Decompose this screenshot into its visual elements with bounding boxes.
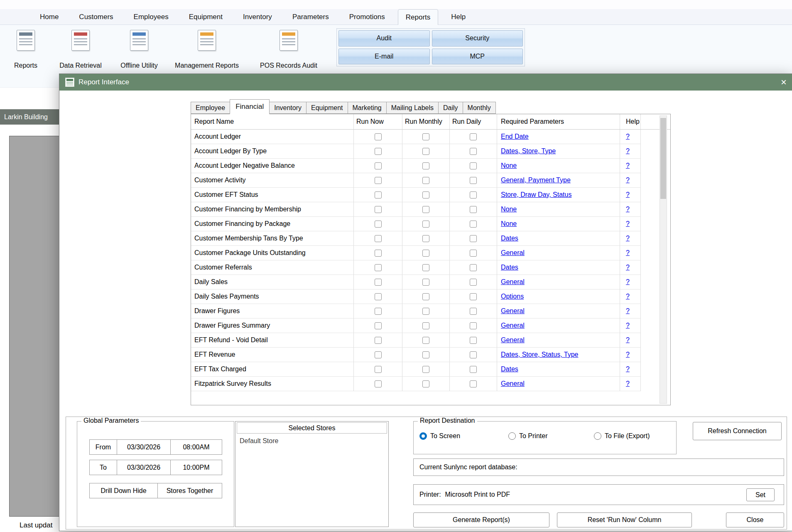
run-monthly-checkbox[interactable] xyxy=(422,250,429,257)
run-daily-checkbox[interactable] xyxy=(470,250,477,257)
menu-tab-reports[interactable]: Reports xyxy=(398,9,439,25)
tab-daily[interactable]: Daily xyxy=(438,102,463,114)
run-daily-checkbox[interactable] xyxy=(470,264,477,271)
help-link[interactable]: ? xyxy=(626,206,630,213)
run-monthly-checkbox[interactable] xyxy=(422,177,429,184)
menu-tab-inventory[interactable]: Inventory xyxy=(235,9,280,25)
refresh-connection-button[interactable]: Refresh Connection xyxy=(693,422,782,440)
required-parameters-link[interactable]: General xyxy=(501,307,525,315)
required-parameters-link[interactable]: None xyxy=(501,162,517,169)
run-monthly-checkbox[interactable] xyxy=(422,293,429,300)
tab-financial[interactable]: Financial xyxy=(230,99,270,114)
run-daily-checkbox[interactable] xyxy=(470,293,477,300)
help-link[interactable]: ? xyxy=(626,293,630,300)
run-now-checkbox[interactable] xyxy=(375,235,382,242)
help-link[interactable]: ? xyxy=(626,249,630,257)
dialog-titlebar[interactable]: Report Interface × xyxy=(59,74,792,91)
run-monthly-checkbox[interactable] xyxy=(422,337,429,344)
run-monthly-checkbox[interactable] xyxy=(422,191,429,199)
destination-to-printer[interactable]: To Printer xyxy=(508,432,547,440)
run-daily-checkbox[interactable] xyxy=(470,308,477,315)
menu-tab-home[interactable]: Home xyxy=(32,9,66,25)
required-parameters-link[interactable]: None xyxy=(501,220,517,228)
required-parameters-link[interactable]: End Date xyxy=(501,133,529,140)
help-link[interactable]: ? xyxy=(626,351,630,358)
stores-together-button[interactable]: Stores Together xyxy=(157,483,222,498)
run-daily-checkbox[interactable] xyxy=(470,366,477,373)
menu-tab-parameters[interactable]: Parameters xyxy=(285,9,336,25)
run-daily-checkbox[interactable] xyxy=(470,221,477,228)
run-now-checkbox[interactable] xyxy=(375,351,382,358)
menu-tab-help[interactable]: Help xyxy=(444,9,473,25)
help-link[interactable]: ? xyxy=(626,162,630,169)
radio-icon[interactable] xyxy=(594,432,601,440)
run-daily-checkbox[interactable] xyxy=(470,148,477,155)
security-button[interactable]: Security xyxy=(432,30,523,47)
ribbon-pos-records-audit[interactable]: POS Records Audit xyxy=(246,30,331,69)
required-parameters-link[interactable]: General, Payment Type xyxy=(501,177,571,184)
run-monthly-checkbox[interactable] xyxy=(422,162,429,169)
run-daily-checkbox[interactable] xyxy=(470,337,477,344)
ribbon-management-reports[interactable]: Management Reports xyxy=(174,30,239,69)
tab-employee[interactable]: Employee xyxy=(191,102,230,114)
help-link[interactable]: ? xyxy=(626,147,630,155)
mcp-button[interactable]: MCP xyxy=(432,49,523,65)
required-parameters-link[interactable]: Dates xyxy=(501,365,518,373)
close-icon[interactable]: × xyxy=(772,77,787,87)
run-daily-checkbox[interactable] xyxy=(470,191,477,199)
destination-to-screen[interactable]: To Screen xyxy=(419,432,460,440)
run-daily-checkbox[interactable] xyxy=(470,380,477,387)
help-link[interactable]: ? xyxy=(626,133,630,140)
help-link[interactable]: ? xyxy=(626,191,630,199)
required-parameters-link[interactable]: Dates xyxy=(501,264,518,271)
help-link[interactable]: ? xyxy=(626,336,630,344)
help-link[interactable]: ? xyxy=(626,307,630,315)
required-parameters-link[interactable]: General xyxy=(501,322,525,329)
run-monthly-checkbox[interactable] xyxy=(422,148,429,155)
run-now-checkbox[interactable] xyxy=(375,308,382,315)
run-now-checkbox[interactable] xyxy=(375,206,382,213)
radio-icon[interactable] xyxy=(508,432,516,440)
from-date-field[interactable]: 03/30/2026 xyxy=(117,439,171,455)
reset-run-now-button[interactable]: Reset 'Run Now' Column xyxy=(557,512,692,527)
run-now-checkbox[interactable] xyxy=(375,366,382,373)
generate-reports-button[interactable]: Generate Report(s) xyxy=(413,512,549,527)
tab-mailing-labels[interactable]: Mailing Labels xyxy=(386,102,439,114)
help-link[interactable]: ? xyxy=(626,365,630,373)
tab-inventory[interactable]: Inventory xyxy=(269,102,307,114)
required-parameters-link[interactable]: Options xyxy=(501,293,524,300)
run-daily-checkbox[interactable] xyxy=(470,351,477,358)
run-daily-checkbox[interactable] xyxy=(470,235,477,242)
help-link[interactable]: ? xyxy=(626,235,630,242)
ribbon-offline-utility[interactable]: Offline Utility xyxy=(109,30,169,69)
run-monthly-checkbox[interactable] xyxy=(422,206,429,213)
run-daily-checkbox[interactable] xyxy=(470,133,477,140)
required-parameters-link[interactable]: Dates, Store, Status, Type xyxy=(501,351,578,358)
menu-tab-employees[interactable]: Employees xyxy=(126,9,176,25)
set-button[interactable]: Set xyxy=(746,488,775,501)
run-daily-checkbox[interactable] xyxy=(470,177,477,184)
required-parameters-link[interactable]: Dates xyxy=(501,235,518,242)
required-parameters-link[interactable]: Store, Draw Day, Status xyxy=(501,191,571,199)
menu-tab-customers[interactable]: Customers xyxy=(71,9,120,25)
help-link[interactable]: ? xyxy=(626,322,630,329)
run-monthly-checkbox[interactable] xyxy=(422,279,429,286)
run-daily-checkbox[interactable] xyxy=(470,162,477,169)
help-link[interactable]: ? xyxy=(626,177,630,184)
run-now-checkbox[interactable] xyxy=(375,221,382,228)
ribbon-reports[interactable]: Reports xyxy=(5,30,47,69)
run-monthly-checkbox[interactable] xyxy=(422,264,429,271)
required-parameters-link[interactable]: Dates, Store, Type xyxy=(501,147,556,155)
tab-equipment[interactable]: Equipment xyxy=(306,102,348,114)
drill-down-hide-button[interactable]: Drill Down Hide xyxy=(89,483,158,498)
run-now-checkbox[interactable] xyxy=(375,337,382,344)
help-link[interactable]: ? xyxy=(626,278,630,286)
required-parameters-link[interactable]: General xyxy=(501,278,525,286)
run-now-checkbox[interactable] xyxy=(375,250,382,257)
run-now-checkbox[interactable] xyxy=(375,177,382,184)
store-list-item[interactable]: Default Store xyxy=(235,434,388,445)
run-monthly-checkbox[interactable] xyxy=(422,221,429,228)
close-button[interactable]: Close xyxy=(726,512,784,527)
run-monthly-checkbox[interactable] xyxy=(422,133,429,140)
audit-button[interactable]: Audit xyxy=(338,30,430,47)
